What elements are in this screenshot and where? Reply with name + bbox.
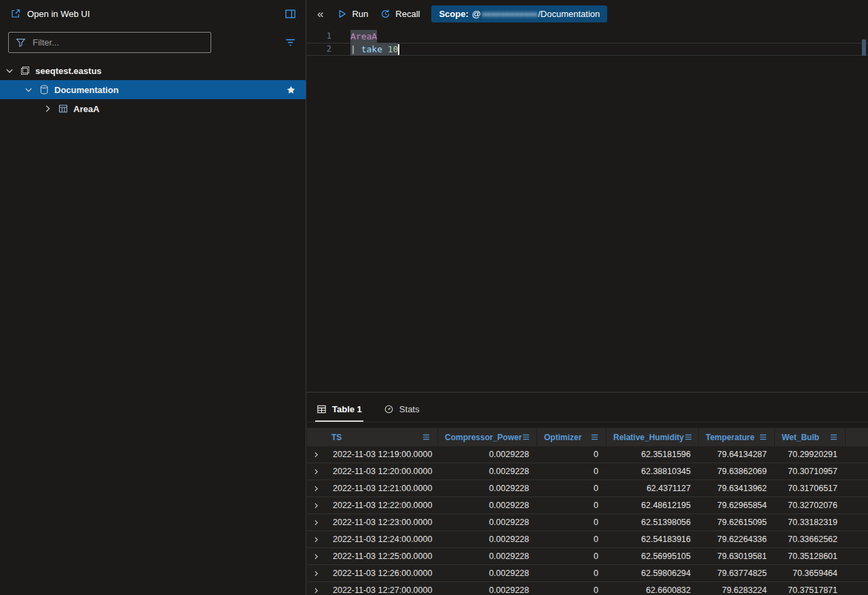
scope-database-path: /Documentation xyxy=(538,9,600,19)
column-header-temperature[interactable]: Temperature xyxy=(699,428,775,446)
cell-compressor-power: 0.0029228 xyxy=(438,535,537,544)
query-toolbar: « Run Recall Scope: @ ●●●●●●●●●●●● /Docu… xyxy=(307,0,868,27)
table-grid-icon xyxy=(317,404,327,414)
row-expand-icon[interactable] xyxy=(307,450,325,459)
results-panel: Table 1 Stats TSCompressor_PowerOptimize… xyxy=(307,392,868,595)
cell-wet-bulb: 70.31706517 xyxy=(775,484,846,493)
cell-ts: 2022-11-03 12:20:00.0000 xyxy=(325,467,438,476)
code-token: take xyxy=(361,43,388,56)
column-header-optimizer[interactable]: Optimizer xyxy=(537,428,607,446)
chevron-down-icon[interactable] xyxy=(4,65,15,76)
row-expand-icon[interactable] xyxy=(307,501,325,510)
row-expand-icon[interactable] xyxy=(307,484,325,493)
table-row[interactable]: 2022-11-03 12:21:00.00000.0029228062.437… xyxy=(307,480,868,497)
chevron-right-icon[interactable] xyxy=(42,103,53,114)
expander-column-header xyxy=(307,428,325,446)
column-menu-icon[interactable] xyxy=(422,433,431,441)
table-row[interactable]: 2022-11-03 12:23:00.00000.0029228062.513… xyxy=(307,514,868,531)
database-icon xyxy=(39,84,50,95)
column-menu-icon[interactable] xyxy=(829,433,838,441)
code-line[interactable]: 2| take 10 xyxy=(307,43,868,56)
cell-temperature: 79.6283224 xyxy=(699,585,775,595)
tab-stats[interactable]: Stats xyxy=(382,404,421,422)
row-expand-icon[interactable] xyxy=(307,467,325,476)
table-row[interactable]: 2022-11-03 12:26:00.00000.0029228062.598… xyxy=(307,565,868,582)
table-row[interactable]: 2022-11-03 12:24:00.00000.0029228062.541… xyxy=(307,531,868,548)
row-expand-icon[interactable] xyxy=(307,518,325,527)
cell-ts: 2022-11-03 12:27:00.0000 xyxy=(325,585,438,595)
tree-item-documentation[interactable]: Documentation xyxy=(0,80,306,99)
cell-wet-bulb: 70.33182319 xyxy=(775,518,846,527)
cell-ts: 2022-11-03 12:19:00.0000 xyxy=(325,450,438,459)
connection-tree: seeqtest.eastusDocumentationAreaA xyxy=(0,61,306,118)
column-header-wet-bulb[interactable]: Wet_Bulb xyxy=(775,428,846,446)
column-header-compressor-power[interactable]: Compressor_Power xyxy=(438,428,537,446)
column-header-label: Relative_Humidity xyxy=(613,433,684,442)
query-editor[interactable]: 1AreaA2| take 10 xyxy=(307,27,868,392)
tab-label: Stats xyxy=(399,404,420,414)
table-row[interactable]: 2022-11-03 12:19:00.00000.0029228062.351… xyxy=(307,446,868,463)
cell-temperature: 79.62965854 xyxy=(699,501,775,510)
row-expand-icon[interactable] xyxy=(307,569,325,578)
tab-label: Table 1 xyxy=(332,404,362,414)
filter-row xyxy=(0,27,306,57)
code-line[interactable]: 1AreaA xyxy=(307,30,868,43)
column-menu-icon[interactable] xyxy=(759,433,767,441)
cell-relative-humidity: 62.6600832 xyxy=(607,585,699,595)
chevron-down-icon[interactable] xyxy=(23,84,34,95)
scope-badge[interactable]: Scope: @ ●●●●●●●●●●●● /Documentation xyxy=(431,5,607,22)
filter-options-icon[interactable] xyxy=(285,37,296,48)
column-menu-icon[interactable] xyxy=(684,433,693,441)
code-token: AreaA xyxy=(350,30,377,43)
table-row[interactable]: 2022-11-03 12:27:00.00000.0029228062.660… xyxy=(307,582,868,595)
cell-ts: 2022-11-03 12:26:00.0000 xyxy=(325,569,438,578)
toggle-panel-icon[interactable] xyxy=(285,8,296,20)
cell-ts: 2022-11-03 12:24:00.0000 xyxy=(325,535,438,544)
cell-optimizer: 0 xyxy=(537,484,607,493)
table-row[interactable]: 2022-11-03 12:25:00.00000.0029228062.569… xyxy=(307,548,868,565)
cell-relative-humidity: 62.54183916 xyxy=(607,535,699,544)
row-expand-icon[interactable] xyxy=(307,552,325,561)
column-header-ts[interactable]: TS xyxy=(325,428,438,446)
filter-input-wrapper xyxy=(8,32,211,53)
cell-compressor-power: 0.0029228 xyxy=(438,501,537,510)
row-expand-icon[interactable] xyxy=(307,535,325,544)
column-menu-icon[interactable] xyxy=(590,433,599,441)
recall-button[interactable]: Recall xyxy=(380,8,420,20)
collapse-panel-icon[interactable]: « xyxy=(316,8,325,20)
cell-temperature: 79.63413962 xyxy=(699,484,775,493)
grid-header-row: TSCompressor_PowerOptimizerRelative_Humi… xyxy=(307,428,868,446)
cell-wet-bulb: 70.32702076 xyxy=(775,501,846,510)
open-external-icon xyxy=(10,8,21,20)
cell-optimizer: 0 xyxy=(537,450,607,459)
star-icon[interactable] xyxy=(286,85,296,95)
scope-at: @ xyxy=(472,9,481,19)
tab-table-1[interactable]: Table 1 xyxy=(315,404,363,422)
cell-wet-bulb: 70.30710957 xyxy=(775,467,846,476)
main-panel: « Run Recall Scope: @ ●●●●●●●●●●●● /Docu… xyxy=(307,0,868,595)
cell-optimizer: 0 xyxy=(537,467,607,476)
column-header-relative-humidity[interactable]: Relative_Humidity xyxy=(607,428,699,446)
cell-relative-humidity: 62.48612195 xyxy=(607,501,699,510)
run-button[interactable]: Run xyxy=(336,8,368,20)
tree-item-label: Documentation xyxy=(54,85,119,95)
stats-gauge-icon xyxy=(384,404,394,414)
tree-item-areaa[interactable]: AreaA xyxy=(0,99,306,118)
app-window: Open in Web UI seeqtest.eastusDocumentat… xyxy=(0,0,868,595)
cell-temperature: 79.62615095 xyxy=(699,518,775,527)
cell-relative-humidity: 62.56995105 xyxy=(607,552,699,561)
filter-input[interactable] xyxy=(31,37,204,48)
column-menu-icon[interactable] xyxy=(522,433,530,441)
column-header-label: Optimizer xyxy=(544,433,581,442)
table-icon xyxy=(58,103,69,114)
table-row[interactable]: 2022-11-03 12:20:00.00000.0029228062.388… xyxy=(307,463,868,480)
cell-temperature: 79.64134287 xyxy=(699,450,775,459)
cell-optimizer: 0 xyxy=(537,518,607,527)
tree-item-seeqtest-eastus[interactable]: seeqtest.eastus xyxy=(0,61,306,80)
cell-relative-humidity: 62.51398056 xyxy=(607,518,699,527)
table-row[interactable]: 2022-11-03 12:22:00.00000.0029228062.486… xyxy=(307,497,868,514)
open-in-web-ui-button[interactable]: Open in Web UI xyxy=(10,8,90,20)
recall-label: Recall xyxy=(395,9,420,19)
row-expand-icon[interactable] xyxy=(307,586,325,595)
scope-redacted-cluster: ●●●●●●●●●●●● xyxy=(482,9,537,19)
